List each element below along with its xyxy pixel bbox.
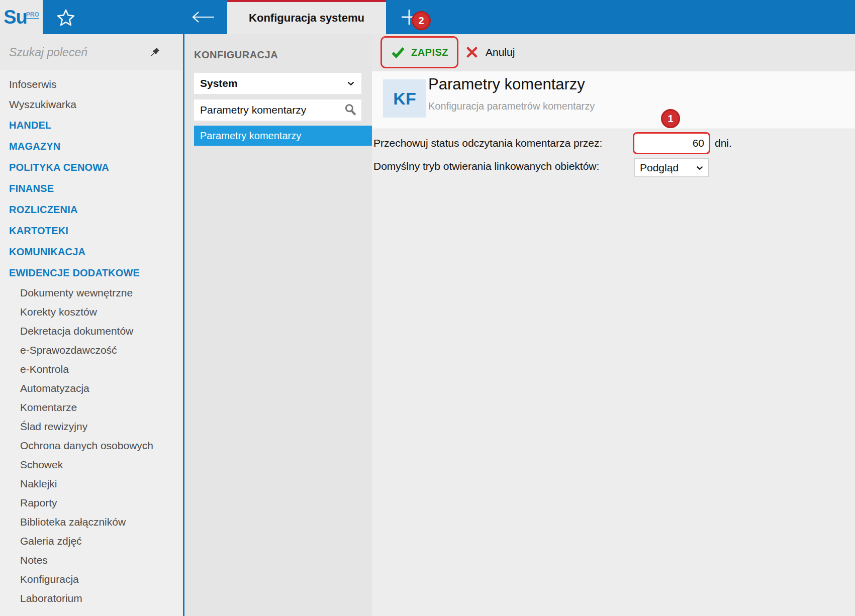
app-logo[interactable]: SuPRO: [0, 0, 43, 34]
sidebar-item[interactable]: Wyszukiwarka: [0, 94, 183, 115]
pin-icon[interactable]: [148, 46, 161, 59]
favorites-button[interactable]: [55, 7, 76, 28]
config-panel-title: KONFIGURACJA: [194, 49, 278, 61]
page-subtitle: Konfiguracja parametrów komentarzy: [428, 100, 595, 112]
cancel-button[interactable]: Anuluj: [460, 36, 520, 68]
config-section-select[interactable]: System: [194, 73, 361, 94]
cancel-button-label: Anuluj: [486, 46, 515, 58]
toolbar: ZAPISZ Anuluj: [372, 34, 855, 71]
field-suffix-dni: dni.: [715, 137, 732, 149]
config-section-select-value: System: [200, 77, 238, 89]
sidebar-item[interactable]: e-Sprawozdawczość: [0, 341, 183, 360]
sidebar-item[interactable]: Galeria zdjęć: [0, 532, 183, 551]
chevron-down-icon: [345, 78, 356, 89]
tab-title: Konfiguracja systemu: [249, 12, 364, 25]
sidebar-item[interactable]: Komentarze: [0, 398, 183, 417]
app-logo-pro: PRO: [26, 11, 39, 19]
sidebar-item[interactable]: Naklejki: [0, 474, 183, 493]
sidebar-item[interactable]: KOMUNIKACJA: [0, 241, 183, 262]
top-bar: SuPRO Konfiguracja systemu: [0, 0, 855, 34]
open-mode-select[interactable]: Podgląd: [634, 158, 709, 177]
sidebar-item[interactable]: Dekretacja dokumentów: [0, 322, 183, 341]
sidebar-search-input[interactable]: Szukaj poleceń: [0, 34, 183, 70]
open-mode-select-value: Podgląd: [640, 162, 679, 174]
sidebar: Szukaj poleceń InfoserwisWyszukiwarkaHAN…: [0, 34, 183, 616]
sidebar-item[interactable]: ROZLICZENIA: [0, 199, 183, 220]
back-arrow-icon: [191, 11, 215, 24]
sidebar-item[interactable]: Ochrona danych osobowych: [0, 436, 183, 455]
sidebar-item[interactable]: FINANSE: [0, 178, 183, 199]
retention-days-input[interactable]: 60: [633, 132, 710, 154]
sidebar-item[interactable]: e-Kontrola: [0, 360, 183, 379]
save-button[interactable]: ZAPISZ: [411, 47, 448, 58]
main-panel: ZAPISZ Anuluj KF Parametry komentarzy Ko…: [372, 34, 855, 616]
content-header: KF Parametry komentarzy Konfiguracja par…: [372, 71, 855, 129]
field-label-open-mode: Domyślny tryb otwierania linkowanych obi…: [373, 160, 599, 172]
sidebar-item[interactable]: POLITYKA CENOWA: [0, 157, 183, 178]
app-logo-text: SuPRO: [4, 8, 39, 27]
star-icon: [56, 8, 76, 28]
sidebar-menu: InfoserwisWyszukiwarkaHANDELMAGAZYNPOLIT…: [0, 74, 183, 608]
sidebar-item[interactable]: HANDEL: [0, 115, 183, 136]
module-initials-badge: KF: [383, 79, 426, 118]
sidebar-item[interactable]: Automatyzacja: [0, 379, 183, 398]
page-title: Parametry komentarzy: [428, 75, 585, 93]
sidebar-item[interactable]: Laboratorium: [0, 589, 183, 608]
back-button[interactable]: [190, 8, 216, 26]
config-list-item-selected[interactable]: Parametry komentarzy: [194, 126, 372, 146]
sidebar-item[interactable]: KARTOTEKI: [0, 220, 183, 241]
sidebar-item[interactable]: EWIDENCJE DODATKOWE: [0, 262, 183, 283]
sidebar-item[interactable]: Biblioteka załączników: [0, 512, 183, 532]
config-search-input[interactable]: Parametry komentarzy: [194, 99, 361, 121]
application-window: SuPRO Konfiguracja systemu: [0, 0, 855, 616]
sidebar-item[interactable]: Notes: [0, 551, 183, 570]
search-icon[interactable]: [343, 102, 358, 118]
field-label-retention: Przechowuj status odczytania komentarza …: [373, 137, 602, 149]
retention-days-value: 60: [693, 137, 704, 149]
chevron-down-icon: [694, 162, 705, 173]
sidebar-item[interactable]: Schowek: [0, 455, 183, 474]
sidebar-item[interactable]: Dokumenty wewnętrzne: [0, 283, 183, 302]
x-icon: [465, 46, 479, 59]
sidebar-item[interactable]: Ślad rewizyjny: [0, 417, 183, 436]
sidebar-item[interactable]: Konfiguracja: [0, 570, 183, 589]
sidebar-item[interactable]: Infoserwis: [0, 74, 183, 94]
sidebar-item[interactable]: MAGAZYN: [0, 136, 183, 157]
config-search-value: Parametry komentarzy: [200, 104, 306, 116]
save-annotation-outline: ZAPISZ: [381, 36, 458, 68]
sidebar-search-placeholder: Szukaj poleceń: [9, 34, 87, 70]
sidebar-item[interactable]: Raporty: [0, 493, 183, 512]
annotation-badge-1: 1: [661, 109, 680, 128]
tab-konfiguracja-systemu[interactable]: Konfiguracja systemu: [227, 0, 386, 34]
sidebar-item[interactable]: Korekty kosztów: [0, 302, 183, 322]
check-icon: [391, 45, 406, 60]
config-panel: KONFIGURACJA System Parametry komentarzy…: [184, 34, 372, 616]
annotation-badge-2: 2: [412, 11, 431, 30]
